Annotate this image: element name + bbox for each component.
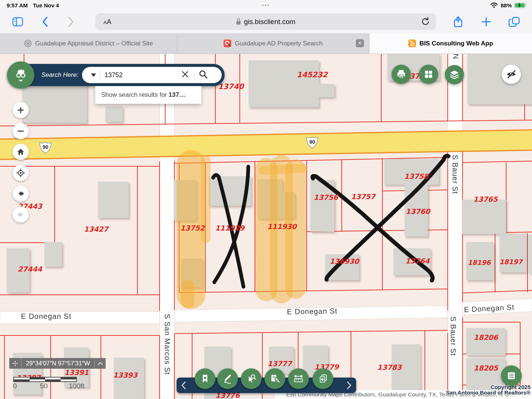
tab-guadalupe-official-site[interactable]: Guadalupe Appraisal District – Official … (0, 33, 177, 54)
locate-button[interactable] (13, 165, 29, 181)
parcel-label-13764: 13764 (405, 257, 430, 265)
bis-favicon: BIS (408, 40, 416, 47)
toolbar-next-icon[interactable] (347, 378, 352, 393)
wifi-icon (490, 2, 498, 8)
parcel-label-27444: 27444 (18, 265, 42, 273)
previous-extent-button[interactable] (13, 185, 29, 202)
layers-button[interactable] (445, 65, 464, 84)
multitask-dots[interactable]: ••• (0, 3, 532, 8)
property-search-favicon (224, 40, 231, 47)
cursor-search-icon (246, 373, 257, 384)
forward-button[interactable] (65, 10, 77, 33)
measure-button[interactable] (288, 368, 309, 389)
layers-icon (449, 69, 460, 80)
parcel-label-13391: 13391 (64, 368, 89, 376)
parcel-label-111930: 111930 (267, 222, 296, 231)
table-list-icon (506, 370, 517, 381)
search-field[interactable] (82, 67, 222, 83)
sidebar-toggle-icon[interactable] (11, 10, 24, 33)
reload-icon[interactable] (420, 16, 429, 27)
home-button[interactable] (13, 144, 29, 160)
street-label: S San Marcos St (163, 314, 171, 375)
tab-label: Guadalupe Appraisal District – Official … (35, 40, 153, 47)
back-button[interactable] (39, 10, 51, 33)
search-submit-icon[interactable] (198, 69, 208, 81)
highway-shield-90-center: 90 (305, 136, 319, 149)
street-label: S Bauer St (451, 155, 459, 194)
battery-percent: 88% (501, 2, 512, 8)
address-bar[interactable]: AA gis.bisclient.com (95, 13, 436, 30)
tab-bis-consulting[interactable]: BIS BIS Consulting Web App (369, 33, 532, 54)
parcel-label-13427: 13427 (84, 225, 108, 233)
search-label: Search Here: (41, 64, 78, 86)
street-label: N (451, 54, 460, 59)
street-label: E Donegan St (287, 307, 338, 316)
new-tab-icon[interactable] (480, 10, 493, 33)
lock-icon (236, 18, 241, 25)
search-bar: Search Here: (7, 64, 225, 86)
clear-search-icon[interactable] (181, 70, 189, 80)
forward-arrow-icon (16, 210, 25, 219)
parcel-label-13757: 13757 (351, 192, 375, 201)
parcel-label-13393: 13393 (113, 371, 137, 379)
status-bar: 9:57 AM Tue Nov 4 ••• 88% (0, 0, 532, 10)
document-search-icon (269, 373, 280, 384)
results-list-button[interactable] (501, 365, 522, 386)
parcel-label-13765: 13765 (473, 195, 498, 203)
zoom-in-button[interactable] (13, 102, 29, 118)
measure-icon (293, 373, 304, 384)
parcel-label-13756: 13756 (314, 193, 338, 201)
share-icon[interactable] (451, 10, 465, 33)
pencil-icon (222, 373, 233, 384)
tab-label: Guadalupe AD Property Search (235, 40, 323, 47)
next-extent-button[interactable] (13, 207, 29, 223)
select-identify-button[interactable] (241, 368, 262, 389)
parcel-label-18197: 18197 (499, 258, 523, 266)
print-icon (396, 69, 407, 80)
parcel-label-145232: 145232 (297, 70, 328, 79)
tab-property-search[interactable]: Guadalupe AD Property Search × (177, 33, 369, 54)
svg-text:BIS: BIS (409, 40, 413, 42)
parcel-label-13758: 13758 (404, 172, 429, 180)
draw-button[interactable] (217, 368, 238, 389)
hide-annotations-button[interactable] (502, 65, 521, 84)
street-label: S Bauer St (449, 317, 457, 356)
parcel-label-18206: 18206 (474, 333, 498, 341)
search-dropdown-caret-icon[interactable] (91, 74, 96, 77)
scale-start: 0 (13, 382, 17, 390)
close-tab-icon[interactable]: × (356, 39, 364, 47)
parcel-label-13760: 13760 (406, 207, 430, 215)
scale-mid: 50 (40, 382, 48, 390)
toolbar-prev-icon[interactable] (181, 378, 186, 393)
search-suggestion[interactable]: Show search results for 137… (95, 86, 201, 104)
search-records-button[interactable] (265, 368, 285, 389)
tabs-overview-icon[interactable] (507, 10, 522, 33)
browser-toolbar: AA gis.bisclient.com (0, 10, 532, 33)
home-icon (16, 147, 25, 156)
parcel-label-136930: 136930 (330, 257, 359, 265)
bookmarks-button[interactable] (195, 368, 215, 389)
parcel-label-13752: 13752 (180, 224, 205, 232)
zoom-out-button[interactable] (13, 123, 29, 139)
add-data-button[interactable] (313, 368, 333, 389)
street-label: E Donegan St (21, 312, 72, 321)
scale-end: 100ft (69, 382, 84, 390)
bis-mascot-avatar[interactable] (7, 61, 34, 89)
copyright-notice: Copyright 2025 San Antonio Board of Real… (446, 384, 531, 395)
print-button[interactable] (392, 65, 411, 84)
chevron-up-icon[interactable] (94, 358, 106, 369)
parcel-label-13783: 13783 (377, 363, 402, 371)
basemap-gallery-button[interactable] (419, 65, 438, 84)
eye-off-icon (505, 68, 517, 80)
ipad-screen: 9:57 AM Tue Nov 4 ••• 88% (0, 0, 532, 399)
grid-icon (423, 69, 434, 79)
tab-label: BIS Consulting Web App (419, 40, 493, 47)
search-input[interactable] (104, 71, 181, 79)
tab-bar: Guadalupe Appraisal District – Official … (0, 33, 532, 54)
parcel-label-18196: 18196 (468, 259, 491, 266)
crosshair-icon (9, 358, 21, 369)
locate-icon (16, 168, 25, 178)
add-layer-icon (317, 373, 328, 384)
parcel-label-18205: 18205 (474, 364, 498, 372)
battery-icon (514, 3, 525, 8)
